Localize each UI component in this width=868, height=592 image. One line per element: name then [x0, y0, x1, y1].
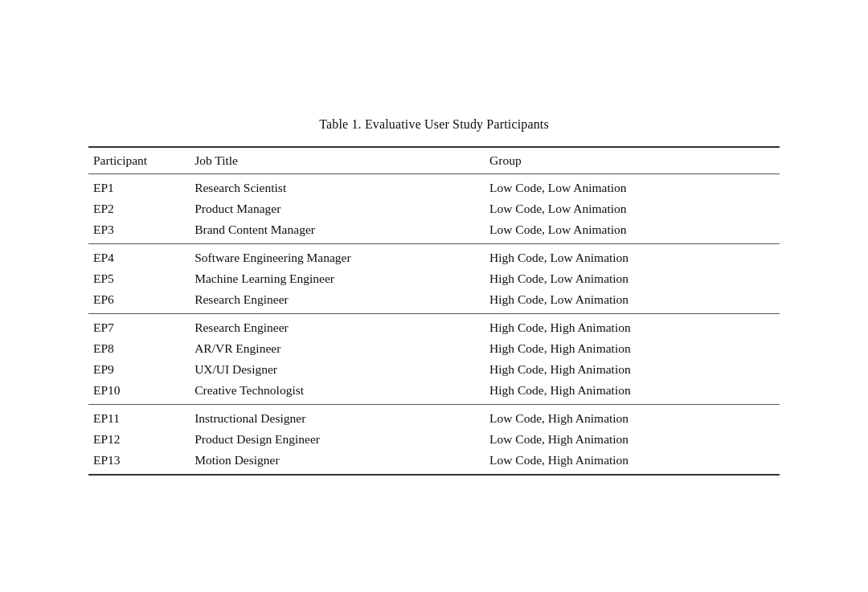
- cell-group: Low Code, Low Animation: [485, 219, 780, 244]
- table-row: EP4Software Engineering ManagerHigh Code…: [88, 243, 780, 268]
- table-row: EP8AR/VR EngineerHigh Code, High Animati…: [88, 338, 780, 359]
- cell-job-title: Motion Designer: [190, 450, 485, 475]
- cell-group: High Code, High Animation: [485, 313, 780, 338]
- participants-table: Participant Job Title Group EP1Research …: [88, 146, 780, 476]
- cell-job-title: Software Engineering Manager: [190, 243, 485, 268]
- cell-participant: EP7: [88, 313, 190, 338]
- cell-job-title: AR/VR Engineer: [190, 338, 485, 359]
- cell-job-title: Machine Learning Engineer: [190, 268, 485, 289]
- table-row: EP1Research ScientistLow Code, Low Anima…: [88, 174, 780, 198]
- table-title: Table 1. Evaluative User Study Participa…: [88, 117, 780, 132]
- cell-participant: EP2: [88, 198, 190, 219]
- header-job-title: Job Title: [190, 147, 485, 174]
- page-container: Table 1. Evaluative User Study Participa…: [88, 117, 780, 476]
- cell-group: High Code, Low Animation: [485, 289, 780, 314]
- cell-group: High Code, High Animation: [485, 359, 780, 380]
- cell-group: Low Code, High Animation: [485, 404, 780, 429]
- table-row: EP12Product Design EngineerLow Code, Hig…: [88, 429, 780, 450]
- cell-participant: EP5: [88, 268, 190, 289]
- header-group: Group: [485, 147, 780, 174]
- cell-group: Low Code, High Animation: [485, 429, 780, 450]
- cell-participant: EP9: [88, 359, 190, 380]
- cell-group: Low Code, High Animation: [485, 450, 780, 475]
- cell-job-title: Instructional Designer: [190, 404, 485, 429]
- cell-participant: EP13: [88, 450, 190, 475]
- table-row: EP6Research EngineerHigh Code, Low Anima…: [88, 289, 780, 314]
- cell-participant: EP4: [88, 243, 190, 268]
- cell-job-title: Creative Technologist: [190, 380, 485, 405]
- cell-job-title: Brand Content Manager: [190, 219, 485, 244]
- cell-job-title: Product Manager: [190, 198, 485, 219]
- header-participant: Participant: [88, 147, 190, 174]
- table-row: EP3Brand Content ManagerLow Code, Low An…: [88, 219, 780, 244]
- cell-job-title: Research Engineer: [190, 313, 485, 338]
- cell-participant: EP12: [88, 429, 190, 450]
- cell-job-title: Research Scientist: [190, 174, 485, 198]
- cell-participant: EP3: [88, 219, 190, 244]
- cell-group: High Code, Low Animation: [485, 268, 780, 289]
- cell-participant: EP11: [88, 404, 190, 429]
- cell-participant: EP8: [88, 338, 190, 359]
- cell-group: High Code, High Animation: [485, 338, 780, 359]
- cell-job-title: UX/UI Designer: [190, 359, 485, 380]
- cell-group: Low Code, Low Animation: [485, 174, 780, 198]
- table-row: EP5Machine Learning EngineerHigh Code, L…: [88, 268, 780, 289]
- table-row: EP11Instructional DesignerLow Code, High…: [88, 404, 780, 429]
- cell-group: High Code, Low Animation: [485, 243, 780, 268]
- table-row: EP10Creative TechnologistHigh Code, High…: [88, 380, 780, 405]
- table-row: EP2Product ManagerLow Code, Low Animatio…: [88, 198, 780, 219]
- cell-group: Low Code, Low Animation: [485, 198, 780, 219]
- cell-job-title: Research Engineer: [190, 289, 485, 314]
- table-row: EP9UX/UI DesignerHigh Code, High Animati…: [88, 359, 780, 380]
- table-row: EP7Research EngineerHigh Code, High Anim…: [88, 313, 780, 338]
- cell-participant: EP10: [88, 380, 190, 405]
- cell-job-title: Product Design Engineer: [190, 429, 485, 450]
- cell-participant: EP6: [88, 289, 190, 314]
- cell-participant: EP1: [88, 174, 190, 198]
- table-row: EP13Motion DesignerLow Code, High Animat…: [88, 450, 780, 475]
- cell-group: High Code, High Animation: [485, 380, 780, 405]
